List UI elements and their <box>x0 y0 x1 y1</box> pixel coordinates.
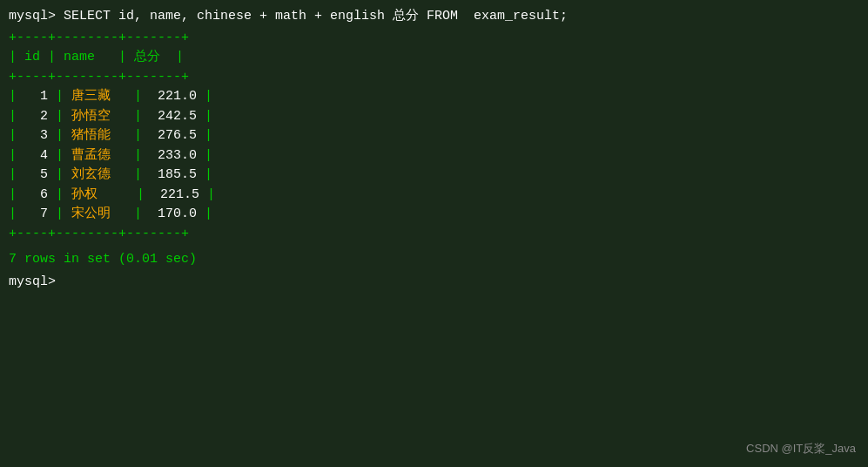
row-border-right: | <box>197 206 212 221</box>
result-info: 7 rows in set (0.01 sec) <box>9 247 859 271</box>
row-sep1: | <box>48 167 64 182</box>
row-name: 宋公明 <box>64 206 134 221</box>
row-name: 猪悟能 <box>64 128 134 143</box>
row-sep2: | <box>134 128 142 143</box>
row-id: 3 <box>17 128 48 143</box>
row-id: 2 <box>17 109 48 124</box>
row-sep1: | <box>48 89 64 104</box>
row-sep1: | <box>48 109 64 124</box>
row-id: 7 <box>17 206 48 221</box>
table-border-bottom: +----+--------+-------+ <box>9 225 859 245</box>
sql-math-keyword: math <box>275 9 306 24</box>
row-border-left: | <box>9 128 17 143</box>
row-score: 170.0 <box>142 206 197 221</box>
row-name: 孙悟空 <box>64 109 134 124</box>
row-sep2: | <box>134 206 142 221</box>
row-sep2: | <box>134 167 142 182</box>
row-border-left: | <box>9 167 17 182</box>
row-score: 221.5 <box>145 187 199 202</box>
row-sep2: | <box>134 89 142 104</box>
table-row: | 1 | 唐三藏 | 221.0 | <box>9 87 859 107</box>
row-score: 221.0 <box>142 89 197 104</box>
row-sep1: | <box>48 187 64 202</box>
row-sep1: | <box>48 148 64 163</box>
table-row: | 4 | 曹孟德 | 233.0 | <box>9 146 859 166</box>
row-name: 刘玄德 <box>64 167 134 182</box>
row-border-left: | <box>9 206 17 221</box>
row-sep1: | <box>48 206 64 221</box>
table-header-row: | id | name | 总分 | <box>9 48 859 68</box>
table-row: | 6 | 孙权 | 221.5 | <box>9 186 859 206</box>
mysql-bottom-prompt[interactable]: mysql> <box>9 274 859 289</box>
row-border-left: | <box>9 89 17 104</box>
table-row: | 5 | 刘玄德 | 185.5 | <box>9 166 859 186</box>
row-id: 1 <box>17 89 48 104</box>
row-score: 185.5 <box>142 167 197 182</box>
result-table: +----+--------+-------+ | id | name | 总分… <box>9 29 859 245</box>
row-name: 孙权 <box>64 187 137 202</box>
row-id: 4 <box>17 148 48 163</box>
row-sep2: | <box>134 109 142 124</box>
table-border-mid: +----+--------+-------+ <box>9 68 859 88</box>
sql-select-keyword: SELECT id, name, chinese + <box>64 9 275 24</box>
row-id: 6 <box>17 187 48 202</box>
row-score: 242.5 <box>142 109 197 124</box>
row-border-right: | <box>197 109 212 124</box>
mysql-prompt: mysql> <box>9 9 64 24</box>
table-row: | 2 | 孙悟空 | 242.5 | <box>9 107 859 127</box>
table-row: | 7 | 宋公明 | 170.0 | <box>9 205 859 225</box>
row-border-right: | <box>199 187 215 202</box>
row-border-left: | <box>9 109 17 124</box>
table-border-top: +----+--------+-------+ <box>9 29 859 49</box>
row-border-right: | <box>197 148 212 163</box>
sql-prompt-line: mysql> SELECT id, name, chinese + math +… <box>9 7 859 27</box>
row-sep1: | <box>48 128 64 143</box>
row-score: 276.5 <box>142 128 197 143</box>
watermark: CSDN @IT反桨_Java <box>746 441 856 457</box>
row-sep2: | <box>134 148 142 163</box>
row-border-right: | <box>197 167 212 182</box>
terminal-window: mysql> SELECT id, name, chinese + math +… <box>0 0 868 467</box>
table-row: | 3 | 猪悟能 | 276.5 | <box>9 126 859 146</box>
row-border-left: | <box>9 148 17 163</box>
row-name: 唐三藏 <box>64 89 134 104</box>
sql-rest: + english 总分 FROM exam_result; <box>306 9 568 24</box>
row-border-right: | <box>197 89 212 104</box>
row-border-right: | <box>197 128 212 143</box>
row-score: 233.0 <box>142 148 197 163</box>
row-name: 曹孟德 <box>64 148 134 163</box>
row-border-left: | <box>9 187 17 202</box>
row-id: 5 <box>17 167 48 182</box>
row-sep2: | <box>137 187 145 202</box>
